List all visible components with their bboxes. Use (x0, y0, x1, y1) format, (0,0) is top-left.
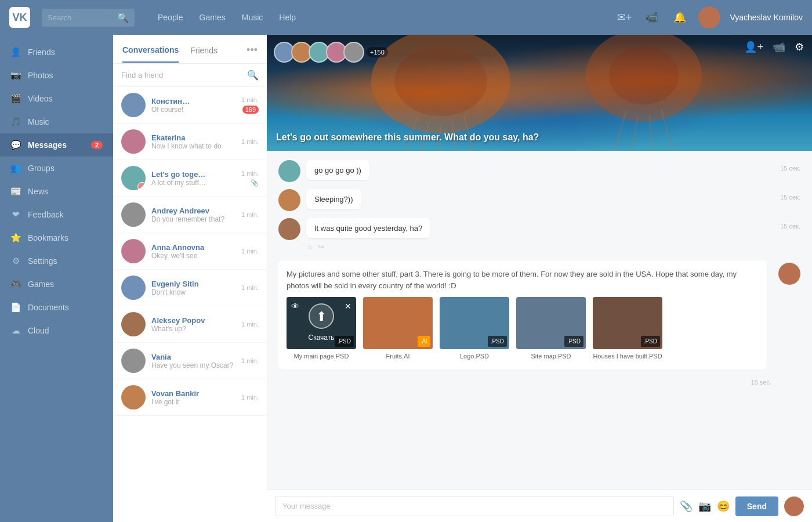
svg-point-3 (609, 46, 679, 104)
nav-games[interactable]: Games (200, 13, 226, 22)
conv-info: Evgeniy Sitin Don't know (151, 280, 235, 296)
sidebar-item-feedback[interactable]: ❤ Feedback (0, 203, 113, 226)
notifications-icon[interactable]: 🔔 (670, 8, 689, 27)
friends-icon: 👤 (10, 47, 21, 57)
sidebar-item-documents[interactable]: 📄 Documents (0, 296, 113, 319)
avatar[interactable] (698, 6, 720, 28)
find-friend-input[interactable] (121, 71, 242, 79)
sidebar-item-music[interactable]: 🎵 Music (0, 110, 113, 133)
conversation-list: Констин… Of course! 1 min. 169 Ekaterina… (113, 87, 267, 522)
attach-icon[interactable]: 📎 (680, 500, 693, 513)
add-person-icon[interactable]: 👤+ (744, 41, 763, 53)
messages-area: go go go go )) 15 сек. Sleeping?)) 15 се… (267, 151, 812, 490)
sidebar-item-games[interactable]: 🎮 Games (0, 273, 113, 296)
logo[interactable]: VK (9, 7, 30, 28)
sidebar-label-feedback: Feedback (28, 210, 63, 219)
eye-icon[interactable]: 👁 (291, 300, 299, 313)
list-item[interactable]: Ekaterina Now I know what to do 1 min. (113, 124, 267, 160)
conv-preview: I've got it (151, 398, 235, 406)
sidebar-item-messages[interactable]: 💬 Messages 2 (0, 133, 113, 157)
conv-name: Aleksey Popov (151, 316, 235, 325)
conv-preview: Do you remember that? (151, 215, 235, 223)
download-button[interactable]: ⬆ (309, 303, 334, 329)
sidebar-item-friends[interactable]: 👤 Friends (0, 41, 113, 64)
message-input[interactable] (275, 496, 674, 516)
conv-time: 1 min. (241, 248, 259, 255)
nav-help[interactable]: Help (279, 13, 296, 22)
camera-icon[interactable]: 📷 (698, 500, 711, 513)
conv-meta: 1 min. (241, 211, 259, 218)
long-message-row: My pictures and some other stuff, part 3… (278, 260, 800, 374)
attachment-thumbnail: .PSD (593, 297, 662, 349)
conv-info: Vania Have you seen my Oscar? (151, 353, 235, 369)
chat-hero: +150 Let's go out somewhere this summer.… (267, 35, 812, 151)
list-item[interactable]: Let's go toge… A lot of my stuff… 1 min.… (113, 160, 267, 197)
download-label: Скачать (309, 332, 335, 343)
attachment-thumbnail: 👁 ✕ ⬆ Скачать .PSD (287, 297, 356, 349)
file-badge: .PSD (488, 336, 507, 347)
conv-info: Констин… Of course! (151, 97, 235, 114)
sidebar-label-videos: Videos (28, 94, 53, 103)
sidebar-item-groups[interactable]: 👥 Groups (0, 157, 113, 180)
conv-info: Vovan Bankir I've got it (151, 389, 235, 406)
sidebar-item-videos[interactable]: 🎬 Videos (0, 87, 113, 110)
sidebar-label-cloud: Cloud (28, 326, 49, 335)
list-item[interactable]: Aleksey Popov What's up? 1 min. (113, 306, 267, 343)
sidebar-item-cloud[interactable]: ☁ Cloud (0, 319, 113, 342)
long-message-time: 15 sec. (751, 379, 771, 386)
forward-icon[interactable]: ↪ (318, 242, 324, 251)
message-time: 15 сек. (780, 162, 800, 172)
send-button[interactable]: Send (735, 496, 778, 516)
conv-preview: Okey, we'll see (151, 252, 235, 260)
conv-preview: Don't know (151, 288, 235, 296)
settings-icon[interactable]: ⚙ (795, 41, 804, 53)
tab-friends[interactable]: Friends (190, 46, 217, 62)
attachment-thumbnail: .PSD (516, 297, 586, 349)
list-item[interactable]: Andrey Andreev Do you remember that? 1 m… (113, 197, 267, 233)
compose-icon[interactable]: ✉+ (615, 8, 633, 27)
video-call-icon[interactable]: 📹 (643, 8, 661, 27)
conv-meta: 1 min. (241, 284, 259, 291)
attachment-label: Houses I have built.PSD (593, 351, 662, 361)
sidebar-item-photos[interactable]: 📷 Photos (0, 64, 113, 87)
hero-more-count: +150 (367, 47, 388, 57)
sidebar-item-bookmarks[interactable]: ⭐ Bookmarks (0, 226, 113, 249)
video-icon[interactable]: 📹 (773, 41, 785, 53)
sidebar-label-photos: Photos (28, 71, 53, 80)
close-icon[interactable]: ✕ (345, 300, 351, 313)
sidebar-label-settings: Settings (28, 256, 57, 266)
tab-conversations[interactable]: Conversations (122, 45, 179, 63)
file-badge: .PSD (335, 336, 354, 347)
sidebar-item-news[interactable]: 📰 News (0, 180, 113, 203)
list-item[interactable]: Evgeniy Sitin Don't know 1 min. (113, 270, 267, 306)
videos-icon: 🎬 (10, 93, 21, 104)
emoji-icon[interactable]: 😊 (717, 500, 730, 513)
nav-people[interactable]: People (158, 13, 183, 22)
conv-name: Anna Annovna (151, 243, 235, 252)
conv-badge: 169 (242, 106, 259, 114)
attachment-item: .PSD Site map.PSD (516, 297, 586, 361)
list-item[interactable]: Констин… Of course! 1 min. 169 (113, 87, 267, 124)
conv-time: 1 min. (241, 321, 259, 328)
conversations-more-button[interactable]: ••• (246, 44, 258, 63)
attachment-item: .PSD Houses I have built.PSD (593, 297, 662, 361)
attachment-item: .PSD Logo.PSD (440, 297, 509, 361)
conv-preview: Of course! (151, 106, 235, 114)
conv-preview: What's up? (151, 325, 235, 333)
svg-point-1 (394, 46, 487, 116)
star-icon[interactable]: ☆ (306, 242, 313, 251)
current-user-avatar (784, 496, 804, 516)
nav-music[interactable]: Music (242, 13, 263, 22)
list-item[interactable]: Vovan Bankir I've got it 1 min. (113, 379, 267, 416)
music-icon: 🎵 (10, 117, 21, 127)
list-item[interactable]: Anna Annovna Okey, we'll see 1 min. (113, 233, 267, 270)
long-message-bubble: My pictures and some other stuff, part 3… (278, 260, 767, 369)
list-item[interactable]: Vania Have you seen my Oscar? 1 min. (113, 343, 267, 379)
sub-avatar (137, 182, 146, 190)
sidebar-item-settings[interactable]: ⚙ Settings (0, 249, 113, 273)
upload-icon: ⬆ (316, 307, 327, 326)
avatar (121, 312, 146, 336)
search-input[interactable] (48, 13, 114, 22)
message-bubble: Sleeping?)) (306, 189, 361, 209)
chat-area: +150 Let's go out somewhere this summer.… (267, 35, 812, 522)
